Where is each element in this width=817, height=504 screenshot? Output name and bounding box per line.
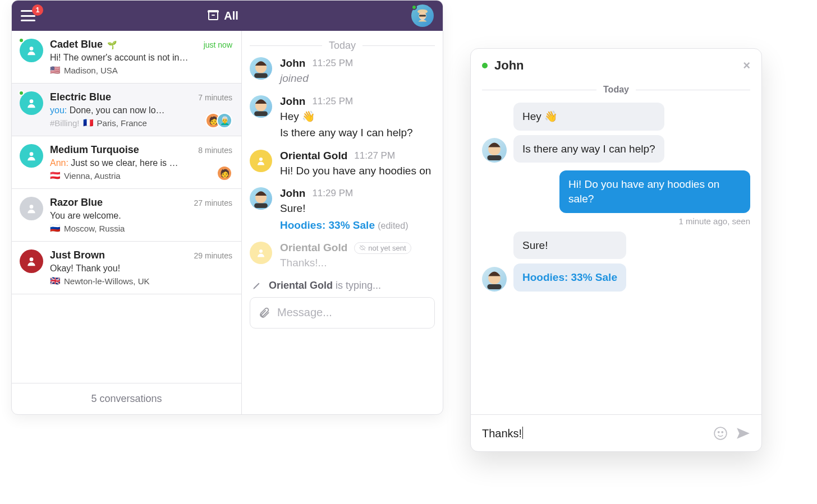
widget-compose[interactable]: Thanks!: [471, 414, 761, 451]
agent-face-icon: [484, 140, 504, 160]
agent-avatar: [482, 138, 507, 163]
message-bubble-link[interactable]: Hoodies: 33% Sale: [513, 263, 626, 292]
conversation-preview: you: Done, you can now lo…: [50, 105, 232, 115]
inbox-filter[interactable]: All: [43, 10, 403, 22]
svg-point-6: [30, 205, 34, 209]
message-avatar: [250, 187, 272, 210]
online-status-icon: [19, 38, 24, 43]
message-text: Is there any way I can help?: [280, 125, 435, 141]
person-icon: [26, 97, 37, 109]
message-time: 11:25 PM: [312, 58, 353, 69]
message-link-line[interactable]: Hoodies: 33% Sale (edited): [280, 218, 435, 233]
message-avatar: [250, 150, 272, 172]
agent-face-icon: [251, 97, 270, 116]
app-header: 1 All: [12, 1, 443, 31]
preview-text: Just so we clear, here is …: [68, 158, 178, 168]
assignee-stack: 🧑: [221, 165, 232, 181]
conversation-item[interactable]: Cadet Blue 🌱 just now Hi! The owner's ac…: [12, 31, 241, 84]
message-author: John: [280, 57, 305, 70]
conversation-name: Medium Turquoise: [50, 144, 139, 156]
conversation-item[interactable]: Electric Blue 7 minutes you: Done, you c…: [12, 84, 241, 136]
inbox-filter-label: All: [224, 10, 238, 22]
assignee-avatar: 👨‍🦳: [217, 113, 232, 128]
message-bubble: Hey 👋: [513, 103, 664, 131]
menu-button[interactable]: 1: [21, 10, 35, 21]
svg-rect-2: [419, 15, 426, 17]
typing-name: Oriental Gold: [269, 280, 333, 291]
online-status-icon: [411, 4, 417, 10]
conversation-name: Razor Blue: [50, 197, 103, 209]
conversation-name: Just Brown: [50, 249, 105, 261]
archive-icon: [208, 11, 218, 20]
agent-face-icon: [484, 269, 504, 289]
svg-rect-17: [487, 155, 501, 160]
preview-prefix: Ann:: [50, 158, 68, 168]
message-text: Thanks!...: [280, 255, 435, 271]
message-text: joined: [280, 71, 435, 86]
widget-title: John: [494, 58, 524, 73]
message-text: Sure!: [280, 201, 435, 216]
svg-point-12: [259, 158, 263, 161]
svg-point-7: [30, 257, 34, 261]
flag-icon: 🇦🇹: [50, 170, 61, 181]
conversation-preview: Ann: Just so we clear, here is …: [50, 158, 232, 168]
conversation-name: Cadet Blue: [50, 39, 103, 50]
seedling-icon: 🌱: [107, 40, 117, 49]
eye-off-icon: [359, 244, 366, 251]
close-button[interactable]: ×: [743, 58, 750, 73]
paperclip-icon[interactable]: [258, 307, 270, 319]
flag-icon: 🇫🇷: [83, 118, 94, 128]
chat-log: Today John11:25 PM joined John11:25 PM H…: [242, 31, 443, 414]
notification-badge: 1: [32, 4, 43, 16]
widget-body: Today Hey 👋 Is there any way I can help?…: [471, 82, 761, 414]
conversation-avatar: [20, 91, 43, 115]
conversation-tag: #Billing!: [50, 118, 80, 128]
message-bubble-sent: Hi! Do you have any hoodies on sale?: [559, 170, 750, 212]
conversation-list: Cadet Blue 🌱 just now Hi! The owner's ac…: [12, 31, 242, 414]
send-icon[interactable]: [736, 426, 750, 441]
conversation-location: Madison, USA: [64, 66, 118, 75]
chat-message: John11:25 PM Hey 👋 Is there any way I ca…: [250, 95, 435, 141]
online-status-icon: [482, 63, 488, 68]
message-text: Hi! Do you have any hoodies on: [280, 163, 435, 179]
conversation-avatar: [20, 144, 43, 168]
message-link[interactable]: Hoodies: 33% Sale: [280, 219, 375, 231]
agent-face-icon: [251, 59, 270, 78]
preview-prefix: you:: [50, 105, 67, 115]
message-time: 11:27 PM: [354, 150, 395, 161]
conversation-time: 27 minutes: [194, 198, 232, 207]
conversation-time: just now: [204, 40, 232, 49]
date-divider: Today: [250, 40, 435, 52]
agent-app-window: 1 All Cadet Blue: [11, 0, 443, 415]
flag-icon: 🇬🇧: [50, 276, 61, 286]
message-bubble: Sure!: [513, 232, 626, 260]
conversation-item[interactable]: Medium Turquoise 8 minutes Ann: Just so …: [12, 136, 241, 189]
message-author: John: [280, 95, 305, 108]
svg-point-4: [30, 99, 34, 103]
message-time: 11:25 PM: [312, 96, 353, 107]
message-avatar: [250, 242, 272, 264]
typing-indicator: Oriental Gold is typing...: [252, 280, 435, 292]
conversation-item[interactable]: Razor Blue 27 minutes You are welcome. 🇷…: [12, 189, 241, 242]
conversation-avatar: [20, 249, 43, 273]
widget-input-text[interactable]: Thanks!: [482, 427, 705, 440]
profile-avatar[interactable]: [411, 4, 434, 27]
agent-avatar: [482, 267, 507, 292]
message-avatar: [250, 57, 272, 80]
assignee-avatar: 🧑: [217, 165, 232, 181]
message-avatar: [250, 95, 272, 118]
chat-message: Oriental Gold11:27 PM Hi! Do you have an…: [250, 150, 435, 179]
conversation-meta: 🇬🇧 Newton-le-Willows, UK: [50, 276, 232, 286]
conversation-item[interactable]: Just Brown 29 minutes Okay! Thank you! 🇬…: [12, 242, 241, 294]
conversation-preview: Hi! The owner's account is not in…: [50, 53, 232, 63]
sent-message-group: Hi! Do you have any hoodies on sale? 1 m…: [482, 170, 750, 225]
online-status-icon: [19, 90, 24, 96]
preview-text: Done, you can now lo…: [67, 105, 164, 115]
compose-input[interactable]: Message...: [250, 297, 435, 329]
message-text: Hey 👋: [280, 109, 435, 124]
typing-suffix: is typing...: [336, 280, 381, 291]
emoji-icon[interactable]: [713, 426, 728, 441]
conversation-preview: Okay! Thank you!: [50, 263, 232, 274]
svg-point-21: [718, 431, 719, 432]
not-sent-badge: not yet sent: [354, 242, 411, 254]
